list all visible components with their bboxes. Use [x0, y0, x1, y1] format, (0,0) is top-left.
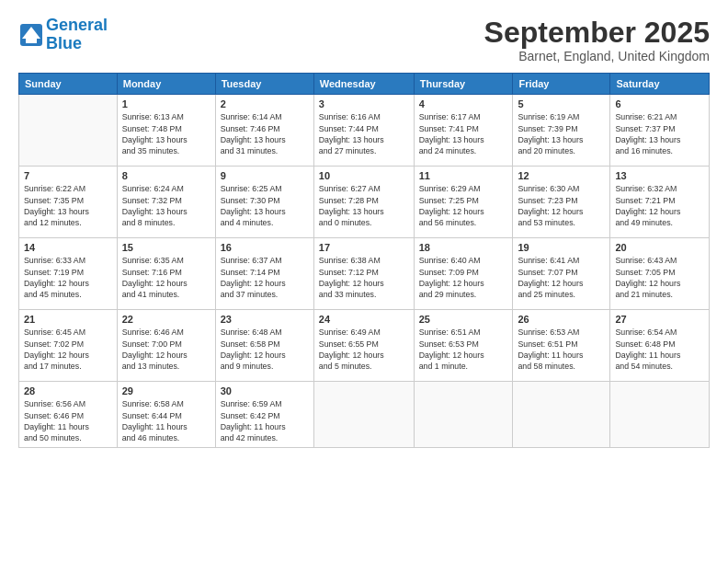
- calendar-week-row: 1Sunrise: 6:13 AMSunset: 7:48 PMDaylight…: [19, 95, 710, 167]
- day-info: Sunrise: 6:54 AMSunset: 6:48 PMDaylight:…: [615, 327, 704, 372]
- col-sunday: Sunday: [19, 74, 118, 95]
- calendar-cell: 24Sunrise: 6:49 AMSunset: 6:55 PMDayligh…: [313, 310, 414, 382]
- calendar-cell: [19, 95, 118, 167]
- calendar-cell: 25Sunrise: 6:51 AMSunset: 6:53 PMDayligh…: [414, 310, 513, 382]
- day-info: Sunrise: 6:16 AMSunset: 7:44 PMDaylight:…: [319, 111, 409, 156]
- day-info: Sunrise: 6:19 AMSunset: 7:39 PMDaylight:…: [518, 111, 605, 156]
- day-info: Sunrise: 6:14 AMSunset: 7:46 PMDaylight:…: [221, 111, 309, 156]
- calendar-cell: 10Sunrise: 6:27 AMSunset: 7:28 PMDayligh…: [313, 167, 414, 238]
- calendar-cell: 22Sunrise: 6:46 AMSunset: 7:00 PMDayligh…: [117, 310, 215, 382]
- calendar-cell: [513, 382, 610, 448]
- day-info: Sunrise: 6:59 AMSunset: 6:42 PMDaylight:…: [221, 398, 309, 443]
- day-info: Sunrise: 6:40 AMSunset: 7:09 PMDaylight:…: [419, 255, 508, 300]
- calendar-table: Sunday Monday Tuesday Wednesday Thursday…: [18, 73, 710, 448]
- calendar-cell: 29Sunrise: 6:58 AMSunset: 6:44 PMDayligh…: [117, 382, 215, 448]
- calendar-cell: 7Sunrise: 6:22 AMSunset: 7:35 PMDaylight…: [19, 167, 118, 238]
- col-friday: Friday: [513, 74, 610, 95]
- page-header: General Blue September 2025 Barnet, Engl…: [18, 17, 710, 63]
- col-tuesday: Tuesday: [215, 74, 313, 95]
- calendar-cell: 27Sunrise: 6:54 AMSunset: 6:48 PMDayligh…: [610, 310, 710, 382]
- day-info: Sunrise: 6:38 AMSunset: 7:12 PMDaylight:…: [319, 255, 409, 300]
- day-info: Sunrise: 6:41 AMSunset: 7:07 PMDaylight:…: [518, 255, 605, 300]
- day-number: 23: [221, 314, 309, 325]
- day-number: 25: [419, 314, 508, 325]
- calendar-cell: 21Sunrise: 6:45 AMSunset: 7:02 PMDayligh…: [19, 310, 118, 382]
- logo: General Blue: [18, 17, 108, 53]
- day-number: 10: [319, 170, 409, 181]
- day-info: Sunrise: 6:58 AMSunset: 6:44 PMDaylight:…: [122, 398, 210, 443]
- day-info: Sunrise: 6:43 AMSunset: 7:05 PMDaylight:…: [615, 255, 704, 300]
- calendar-cell: 6Sunrise: 6:21 AMSunset: 7:37 PMDaylight…: [610, 95, 710, 167]
- day-info: Sunrise: 6:35 AMSunset: 7:16 PMDaylight:…: [122, 255, 210, 300]
- day-number: 5: [518, 98, 605, 109]
- calendar-cell: 15Sunrise: 6:35 AMSunset: 7:16 PMDayligh…: [117, 238, 215, 310]
- day-number: 18: [419, 242, 508, 253]
- day-number: 22: [122, 314, 210, 325]
- day-number: 9: [221, 170, 309, 181]
- day-number: 7: [24, 170, 112, 181]
- day-number: 2: [221, 98, 309, 109]
- calendar-cell: 16Sunrise: 6:37 AMSunset: 7:14 PMDayligh…: [215, 238, 313, 310]
- day-number: 13: [615, 170, 704, 181]
- day-number: 12: [518, 170, 605, 181]
- logo-line2: Blue: [46, 35, 108, 53]
- col-wednesday: Wednesday: [313, 74, 414, 95]
- day-number: 6: [615, 98, 704, 109]
- day-number: 4: [419, 98, 508, 109]
- calendar-cell: 26Sunrise: 6:53 AMSunset: 6:51 PMDayligh…: [513, 310, 610, 382]
- day-info: Sunrise: 6:56 AMSunset: 6:46 PMDaylight:…: [24, 398, 112, 443]
- col-monday: Monday: [117, 74, 215, 95]
- day-info: Sunrise: 6:27 AMSunset: 7:28 PMDaylight:…: [319, 183, 409, 228]
- calendar-cell: 9Sunrise: 6:25 AMSunset: 7:30 PMDaylight…: [215, 167, 313, 238]
- location: Barnet, England, United Kingdom: [484, 49, 710, 63]
- day-info: Sunrise: 6:46 AMSunset: 7:00 PMDaylight:…: [122, 327, 210, 372]
- calendar-cell: 18Sunrise: 6:40 AMSunset: 7:09 PMDayligh…: [414, 238, 513, 310]
- day-number: 15: [122, 242, 210, 253]
- calendar-cell: 8Sunrise: 6:24 AMSunset: 7:32 PMDaylight…: [117, 167, 215, 238]
- day-number: 3: [319, 98, 409, 109]
- day-info: Sunrise: 6:24 AMSunset: 7:32 PMDaylight:…: [122, 183, 210, 228]
- col-saturday: Saturday: [610, 74, 710, 95]
- calendar-cell: 13Sunrise: 6:32 AMSunset: 7:21 PMDayligh…: [610, 167, 710, 238]
- calendar-week-row: 14Sunrise: 6:33 AMSunset: 7:19 PMDayligh…: [19, 238, 710, 310]
- day-number: 16: [221, 242, 309, 253]
- calendar-week-row: 7Sunrise: 6:22 AMSunset: 7:35 PMDaylight…: [19, 167, 710, 238]
- day-info: Sunrise: 6:53 AMSunset: 6:51 PMDaylight:…: [518, 327, 605, 372]
- day-number: 19: [518, 242, 605, 253]
- col-thursday: Thursday: [414, 74, 513, 95]
- day-number: 28: [24, 385, 112, 396]
- day-number: 17: [319, 242, 409, 253]
- calendar-cell: [414, 382, 513, 448]
- day-info: Sunrise: 6:49 AMSunset: 6:55 PMDaylight:…: [319, 327, 409, 372]
- day-number: 27: [615, 314, 704, 325]
- day-number: 8: [122, 170, 210, 181]
- day-info: Sunrise: 6:17 AMSunset: 7:41 PMDaylight:…: [419, 111, 508, 156]
- calendar-cell: 3Sunrise: 6:16 AMSunset: 7:44 PMDaylight…: [313, 95, 414, 167]
- day-number: 1: [122, 98, 210, 109]
- calendar-cell: [610, 382, 710, 448]
- calendar-cell: 11Sunrise: 6:29 AMSunset: 7:25 PMDayligh…: [414, 167, 513, 238]
- calendar-week-row: 28Sunrise: 6:56 AMSunset: 6:46 PMDayligh…: [19, 382, 710, 448]
- day-info: Sunrise: 6:29 AMSunset: 7:25 PMDaylight:…: [419, 183, 508, 228]
- calendar-cell: 5Sunrise: 6:19 AMSunset: 7:39 PMDaylight…: [513, 95, 610, 167]
- calendar-cell: 28Sunrise: 6:56 AMSunset: 6:46 PMDayligh…: [19, 382, 118, 448]
- day-info: Sunrise: 6:33 AMSunset: 7:19 PMDaylight:…: [24, 255, 112, 300]
- logo-icon: [18, 22, 44, 48]
- calendar-week-row: 21Sunrise: 6:45 AMSunset: 7:02 PMDayligh…: [19, 310, 710, 382]
- day-info: Sunrise: 6:30 AMSunset: 7:23 PMDaylight:…: [518, 183, 605, 228]
- calendar-cell: 20Sunrise: 6:43 AMSunset: 7:05 PMDayligh…: [610, 238, 710, 310]
- svg-rect-2: [26, 39, 37, 43]
- day-info: Sunrise: 6:22 AMSunset: 7:35 PMDaylight:…: [24, 183, 112, 228]
- day-number: 20: [615, 242, 704, 253]
- calendar-cell: 14Sunrise: 6:33 AMSunset: 7:19 PMDayligh…: [19, 238, 118, 310]
- calendar-cell: 19Sunrise: 6:41 AMSunset: 7:07 PMDayligh…: [513, 238, 610, 310]
- calendar-cell: 23Sunrise: 6:48 AMSunset: 6:58 PMDayligh…: [215, 310, 313, 382]
- calendar-cell: 30Sunrise: 6:59 AMSunset: 6:42 PMDayligh…: [215, 382, 313, 448]
- calendar-cell: 2Sunrise: 6:14 AMSunset: 7:46 PMDaylight…: [215, 95, 313, 167]
- month-title: September 2025: [484, 17, 710, 49]
- day-number: 11: [419, 170, 508, 181]
- day-number: 29: [122, 385, 210, 396]
- day-number: 30: [221, 385, 309, 396]
- calendar-cell: 12Sunrise: 6:30 AMSunset: 7:23 PMDayligh…: [513, 167, 610, 238]
- day-info: Sunrise: 6:13 AMSunset: 7:48 PMDaylight:…: [122, 111, 210, 156]
